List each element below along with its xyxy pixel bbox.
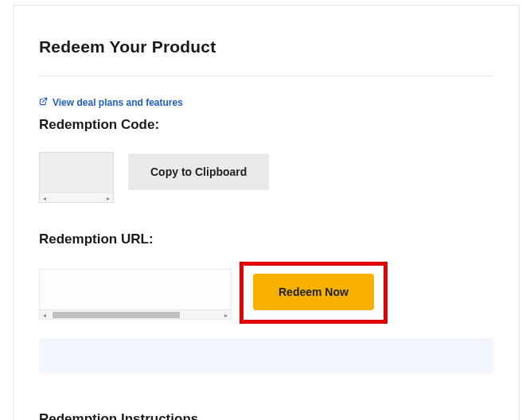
scroll-right-icon[interactable]: ▸ — [221, 310, 231, 320]
external-link-icon — [39, 97, 48, 108]
scroll-left-icon[interactable]: ◂ — [40, 310, 49, 320]
redeem-card: Redeem Your Product View deal plans and … — [13, 5, 520, 420]
info-panel — [39, 338, 493, 373]
scroll-thumb[interactable] — [53, 312, 180, 318]
copy-to-clipboard-button[interactable]: Copy to Clipboard — [128, 154, 269, 190]
page-title: Redeem Your Product — [39, 37, 493, 56]
redemption-code-row: ◂ ▸ Copy to Clipboard — [39, 152, 493, 203]
view-deal-plans-label: View deal plans and features — [53, 97, 183, 108]
scroll-left-icon[interactable]: ◂ — [40, 193, 49, 203]
redemption-code-heading: Redemption Code: — [39, 117, 493, 133]
svg-line-0 — [43, 98, 47, 102]
view-deal-plans-link[interactable]: View deal plans and features — [39, 97, 183, 108]
code-scrollbar[interactable]: ◂ ▸ — [40, 192, 113, 202]
redemption-instructions-heading: Redemption Instructions — [39, 411, 493, 420]
redemption-url-heading: Redemption URL: — [39, 231, 493, 247]
divider — [39, 76, 493, 76]
redemption-url-box[interactable]: ◂ ▸ — [39, 269, 232, 320]
redemption-url-row: ◂ ▸ Redeem Now — [39, 265, 493, 324]
scroll-right-icon[interactable]: ▸ — [103, 193, 113, 203]
redeem-now-highlight: Redeem Now — [240, 262, 388, 324]
url-scrollbar[interactable]: ◂ ▸ — [40, 309, 231, 319]
redemption-code-box[interactable]: ◂ ▸ — [39, 152, 114, 203]
redeem-now-button[interactable]: Redeem Now — [253, 274, 374, 310]
